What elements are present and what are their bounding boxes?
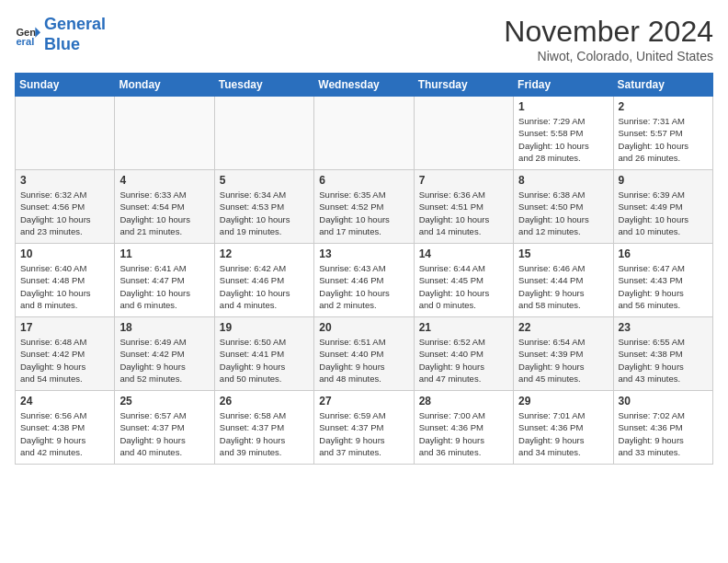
day-number: 28 — [419, 395, 508, 408]
day-cell: 29Sunrise: 7:01 AM Sunset: 4:36 PM Dayli… — [514, 391, 613, 465]
day-cell — [214, 97, 313, 170]
day-cell: 16Sunrise: 6:47 AM Sunset: 4:43 PM Dayli… — [613, 244, 712, 317]
week-row-4: 17Sunrise: 6:48 AM Sunset: 4:42 PM Dayli… — [16, 317, 713, 391]
svg-marker-2 — [35, 27, 40, 37]
day-cell: 7Sunrise: 6:36 AM Sunset: 4:51 PM Daylig… — [414, 170, 513, 244]
day-cell: 25Sunrise: 6:57 AM Sunset: 4:37 PM Dayli… — [115, 391, 214, 465]
day-cell: 12Sunrise: 6:42 AM Sunset: 4:46 PM Dayli… — [214, 244, 313, 317]
day-info: Sunrise: 6:54 AM Sunset: 4:39 PM Dayligh… — [518, 336, 608, 385]
week-row-1: 1Sunrise: 7:29 AM Sunset: 5:58 PM Daylig… — [16, 97, 713, 170]
day-number: 16 — [619, 247, 708, 260]
day-number: 20 — [319, 321, 408, 334]
day-number: 30 — [619, 395, 708, 408]
day-cell: 2Sunrise: 7:31 AM Sunset: 5:57 PM Daylig… — [613, 97, 712, 170]
weekday-header-monday: Monday — [115, 74, 214, 97]
day-number: 14 — [419, 247, 508, 260]
day-info: Sunrise: 6:34 AM Sunset: 4:53 PM Dayligh… — [220, 189, 309, 237]
day-info: Sunrise: 6:42 AM Sunset: 4:46 PM Dayligh… — [220, 262, 309, 311]
day-number: 15 — [518, 247, 608, 260]
day-number: 22 — [518, 321, 608, 334]
day-number: 1 — [518, 100, 608, 113]
day-info: Sunrise: 7:29 AM Sunset: 5:58 PM Dayligh… — [518, 115, 608, 164]
logo-line2: Blue — [44, 35, 80, 53]
day-info: Sunrise: 6:39 AM Sunset: 4:49 PM Dayligh… — [619, 189, 708, 237]
day-cell: 17Sunrise: 6:48 AM Sunset: 4:42 PM Dayli… — [16, 317, 115, 391]
weekday-header-friday: Friday — [514, 74, 613, 97]
day-info: Sunrise: 6:32 AM Sunset: 4:56 PM Dayligh… — [20, 189, 109, 237]
week-row-5: 24Sunrise: 6:56 AM Sunset: 4:38 PM Dayli… — [16, 391, 713, 465]
day-cell: 26Sunrise: 6:58 AM Sunset: 4:37 PM Dayli… — [214, 391, 313, 465]
day-info: Sunrise: 6:56 AM Sunset: 4:38 PM Dayligh… — [20, 409, 109, 458]
day-number: 25 — [119, 395, 209, 408]
day-cell: 23Sunrise: 6:55 AM Sunset: 4:38 PM Dayli… — [613, 317, 712, 391]
day-info: Sunrise: 6:46 AM Sunset: 4:44 PM Dayligh… — [518, 262, 608, 311]
weekday-header-tuesday: Tuesday — [214, 74, 313, 97]
day-cell — [414, 97, 513, 170]
day-info: Sunrise: 6:38 AM Sunset: 4:50 PM Dayligh… — [518, 189, 608, 237]
day-cell: 30Sunrise: 7:02 AM Sunset: 4:36 PM Dayli… — [613, 391, 712, 465]
day-number: 6 — [319, 174, 408, 187]
title-block: November 2024 Niwot, Colorado, United St… — [504, 15, 713, 63]
weekday-header-wednesday: Wednesday — [314, 74, 414, 97]
logo: Gen eral General Blue — [15, 15, 106, 54]
day-cell: 10Sunrise: 6:40 AM Sunset: 4:48 PM Dayli… — [16, 244, 115, 317]
day-number: 23 — [619, 321, 708, 334]
day-number: 10 — [20, 247, 109, 260]
day-cell: 4Sunrise: 6:33 AM Sunset: 4:54 PM Daylig… — [115, 170, 214, 244]
day-number: 17 — [20, 321, 109, 334]
svg-text:eral: eral — [16, 36, 34, 47]
weekday-header-row: SundayMondayTuesdayWednesdayThursdayFrid… — [16, 74, 713, 97]
day-info: Sunrise: 7:02 AM Sunset: 4:36 PM Dayligh… — [619, 409, 708, 458]
location-subtitle: Niwot, Colorado, United States — [504, 49, 713, 63]
day-number: 8 — [518, 174, 608, 187]
day-info: Sunrise: 6:50 AM Sunset: 4:41 PM Dayligh… — [220, 336, 309, 385]
day-number: 12 — [220, 247, 309, 260]
logo-text: General Blue — [44, 15, 106, 54]
day-number: 26 — [220, 395, 309, 408]
logo-icon: Gen eral — [15, 22, 40, 48]
day-number: 19 — [220, 321, 309, 334]
day-cell: 6Sunrise: 6:35 AM Sunset: 4:52 PM Daylig… — [314, 170, 414, 244]
day-number: 18 — [119, 321, 209, 334]
day-number: 11 — [119, 247, 209, 260]
day-number: 24 — [20, 395, 109, 408]
day-number: 13 — [319, 247, 408, 260]
day-cell: 20Sunrise: 6:51 AM Sunset: 4:40 PM Dayli… — [314, 317, 414, 391]
day-cell: 3Sunrise: 6:32 AM Sunset: 4:56 PM Daylig… — [16, 170, 115, 244]
day-cell — [314, 97, 414, 170]
day-info: Sunrise: 6:49 AM Sunset: 4:42 PM Dayligh… — [119, 336, 209, 385]
day-number: 4 — [119, 174, 209, 187]
day-cell: 28Sunrise: 7:00 AM Sunset: 4:36 PM Dayli… — [414, 391, 513, 465]
day-info: Sunrise: 6:59 AM Sunset: 4:37 PM Dayligh… — [319, 409, 408, 458]
page-header: Gen eral General Blue November 2024 Niwo… — [15, 15, 713, 63]
day-cell: 1Sunrise: 7:29 AM Sunset: 5:58 PM Daylig… — [514, 97, 613, 170]
day-info: Sunrise: 6:44 AM Sunset: 4:45 PM Dayligh… — [419, 262, 508, 311]
day-cell: 15Sunrise: 6:46 AM Sunset: 4:44 PM Dayli… — [514, 244, 613, 317]
day-info: Sunrise: 6:40 AM Sunset: 4:48 PM Dayligh… — [20, 262, 109, 311]
day-info: Sunrise: 6:33 AM Sunset: 4:54 PM Dayligh… — [119, 189, 209, 237]
day-cell: 24Sunrise: 6:56 AM Sunset: 4:38 PM Dayli… — [16, 391, 115, 465]
calendar-body: 1Sunrise: 7:29 AM Sunset: 5:58 PM Daylig… — [16, 97, 713, 465]
day-info: Sunrise: 6:35 AM Sunset: 4:52 PM Dayligh… — [319, 189, 408, 237]
day-number: 29 — [518, 395, 608, 408]
day-cell: 8Sunrise: 6:38 AM Sunset: 4:50 PM Daylig… — [514, 170, 613, 244]
day-info: Sunrise: 7:31 AM Sunset: 5:57 PM Dayligh… — [619, 115, 708, 164]
day-number: 21 — [419, 321, 508, 334]
day-cell: 19Sunrise: 6:50 AM Sunset: 4:41 PM Dayli… — [214, 317, 313, 391]
day-info: Sunrise: 6:52 AM Sunset: 4:40 PM Dayligh… — [419, 336, 508, 385]
weekday-header-thursday: Thursday — [414, 74, 513, 97]
day-number: 7 — [419, 174, 508, 187]
day-info: Sunrise: 6:41 AM Sunset: 4:47 PM Dayligh… — [119, 262, 209, 311]
day-cell: 13Sunrise: 6:43 AM Sunset: 4:46 PM Dayli… — [314, 244, 414, 317]
day-cell: 27Sunrise: 6:59 AM Sunset: 4:37 PM Dayli… — [314, 391, 414, 465]
day-number: 3 — [20, 174, 109, 187]
day-info: Sunrise: 7:01 AM Sunset: 4:36 PM Dayligh… — [518, 409, 608, 458]
day-cell: 21Sunrise: 6:52 AM Sunset: 4:40 PM Dayli… — [414, 317, 513, 391]
day-cell — [115, 97, 214, 170]
day-info: Sunrise: 6:57 AM Sunset: 4:37 PM Dayligh… — [119, 409, 209, 458]
day-info: Sunrise: 6:36 AM Sunset: 4:51 PM Dayligh… — [419, 189, 508, 237]
week-row-3: 10Sunrise: 6:40 AM Sunset: 4:48 PM Dayli… — [16, 244, 713, 317]
day-number: 27 — [319, 395, 408, 408]
day-number: 5 — [220, 174, 309, 187]
day-cell: 22Sunrise: 6:54 AM Sunset: 4:39 PM Dayli… — [514, 317, 613, 391]
